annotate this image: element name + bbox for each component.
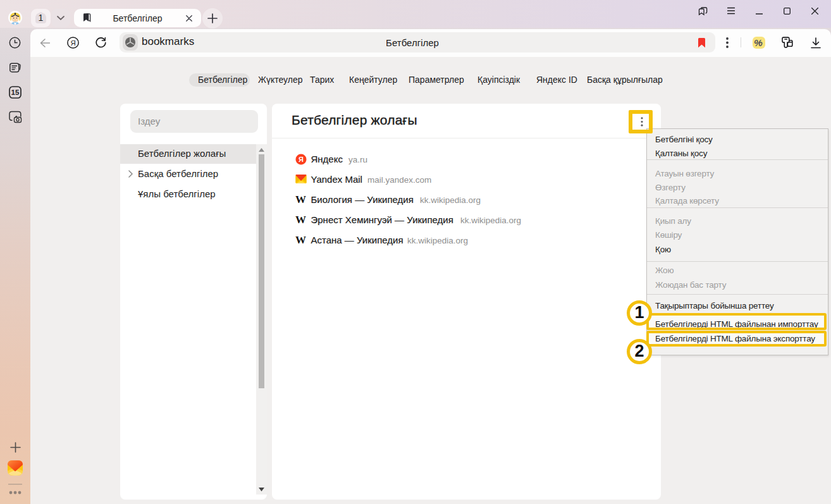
svg-text:Я: Я (71, 39, 76, 47)
svg-text:15: 15 (11, 89, 20, 96)
svg-text:Я: Я (299, 156, 304, 163)
